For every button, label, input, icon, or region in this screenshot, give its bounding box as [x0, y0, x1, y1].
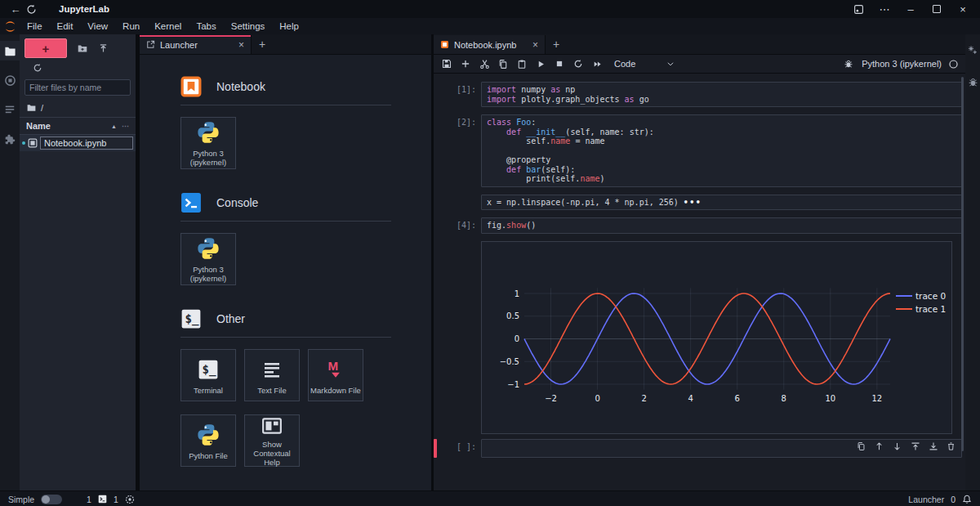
launcher-card-python-file[interactable]: Python File: [180, 414, 236, 467]
menu-item-settings[interactable]: Settings: [224, 18, 273, 34]
home-folder-icon[interactable]: [26, 103, 37, 113]
svg-text:10: 10: [825, 393, 835, 402]
stop-icon[interactable]: [553, 57, 566, 70]
simple-mode-toggle[interactable]: [41, 495, 62, 504]
restart-icon[interactable]: [572, 57, 585, 70]
kernel-name[interactable]: Python 3 (ipykernel): [862, 59, 942, 69]
close-tab-icon[interactable]: ×: [532, 39, 538, 51]
menu-item-kernel[interactable]: Kernel: [147, 18, 189, 34]
debugger-icon[interactable]: [968, 77, 978, 87]
insert-above-icon[interactable]: [910, 441, 920, 452]
notifications-count[interactable]: 0: [951, 495, 956, 504]
svg-text:0: 0: [595, 393, 599, 402]
cell-input[interactable]: import numpy as npimport plotly.graph_ob…: [481, 82, 962, 107]
menu-item-view[interactable]: View: [80, 18, 115, 34]
close-tab-icon[interactable]: ×: [238, 39, 244, 51]
cell-prompt: [439, 241, 481, 434]
notebook-cell: [ ]:: [439, 439, 965, 458]
paste-icon[interactable]: [515, 57, 528, 70]
file-browser-icon[interactable]: [0, 41, 20, 60]
launcher-panel: Launcher × + NotebookPython 3 (ipykernel…: [140, 34, 431, 490]
textfile-icon: [261, 356, 283, 383]
sort-caret-icon: ▲: [111, 123, 117, 129]
maximize-icon[interactable]: [924, 0, 949, 18]
context-label[interactable]: Launcher: [908, 495, 944, 504]
tab-launcher[interactable]: Launcher ×: [140, 35, 252, 54]
duplicate-icon[interactable]: [856, 441, 866, 452]
more-menu-icon[interactable]: ⋯: [872, 0, 897, 18]
cell-prompt: [1]:: [439, 82, 481, 107]
cell-type-select[interactable]: Code: [614, 59, 675, 69]
extensions-icon[interactable]: [0, 129, 20, 149]
menu-item-edit[interactable]: Edit: [50, 18, 81, 34]
table-of-contents-icon[interactable]: [0, 100, 20, 119]
copy-icon[interactable]: [497, 57, 510, 70]
card-label: Python 3 (ipykernel): [181, 265, 235, 283]
terminals-count[interactable]: 1: [87, 495, 91, 504]
kernel-status-icon[interactable]: [948, 59, 959, 69]
insert-below-icon[interactable]: [928, 441, 938, 452]
markdown-icon: M: [324, 356, 347, 383]
plotly-figure[interactable]: 10.50−0.5−1−2024681012trace 0trace 1: [481, 241, 952, 434]
new-tab-button[interactable]: +: [252, 35, 273, 54]
save-icon[interactable]: [440, 57, 453, 70]
reload-icon[interactable]: [26, 4, 47, 15]
run-icon[interactable]: [534, 57, 547, 70]
property-inspector-icon[interactable]: [967, 44, 978, 56]
close-icon[interactable]: ×: [951, 0, 975, 18]
tab-notebook[interactable]: Notebook.ipynb ×: [434, 35, 546, 54]
cell-input[interactable]: [481, 439, 962, 458]
card-label: Terminal: [192, 386, 225, 395]
app-window-icon[interactable]: [846, 0, 871, 18]
cell-input[interactable]: class Foo: def __init__(self, name: str)…: [481, 114, 962, 187]
back-icon[interactable]: ←: [5, 3, 26, 16]
cell-prompt: [4]:: [439, 217, 481, 234]
menu-item-file[interactable]: File: [20, 18, 50, 34]
cell-input[interactable]: x = np.linspace(-np.pi, 4 * np.pi, 256) …: [481, 195, 962, 211]
move-up-icon[interactable]: [874, 441, 884, 452]
bell-icon[interactable]: [962, 494, 972, 504]
notebook-cells: [1]:import numpy as npimport plotly.grap…: [434, 74, 965, 490]
debugger-icon[interactable]: [842, 57, 855, 70]
card-label: Show Contextual Help: [245, 440, 299, 467]
svg-text:$_: $_: [202, 362, 216, 376]
file-browser-panel: + / Name ▲: [20, 34, 136, 490]
add-cell-icon[interactable]: [459, 57, 472, 70]
upload-icon[interactable]: [98, 43, 109, 54]
cell-input[interactable]: fig.show(): [481, 217, 962, 234]
left-sidebar: [0, 34, 20, 490]
cell-prompt: [2]:: [439, 114, 481, 187]
kernels-count[interactable]: 1: [114, 495, 118, 504]
menu-item-tabs[interactable]: Tabs: [189, 18, 223, 34]
svg-text:−1: −1: [507, 379, 519, 388]
running-sessions-icon[interactable]: [0, 70, 20, 90]
column-options-icon[interactable]: ⋯: [122, 122, 129, 130]
restart-run-all-icon[interactable]: [590, 57, 604, 70]
launcher-card-markdown-file[interactable]: MMarkdown File: [308, 349, 363, 401]
notebook-scrollbar[interactable]: [961, 77, 964, 451]
launcher-card-terminal[interactable]: $_Terminal: [180, 349, 236, 401]
notebook-cell: x = np.linspace(-np.pi, 4 * np.pi, 256) …: [439, 195, 965, 211]
filter-files-input[interactable]: [24, 79, 131, 96]
menu-item-help[interactable]: Help: [272, 18, 306, 34]
launcher-card-text-file[interactable]: Text File: [244, 349, 300, 401]
move-down-icon[interactable]: [892, 441, 902, 452]
minimize-icon[interactable]: –: [898, 0, 923, 18]
refresh-icon[interactable]: [33, 63, 136, 73]
breadcrumb[interactable]: /: [41, 103, 43, 113]
svg-text:trace 1: trace 1: [915, 303, 946, 313]
launcher-card-python-3-ipykernel-[interactable]: Python 3 (ipykernel): [180, 233, 236, 285]
new-tab-button[interactable]: +: [546, 35, 567, 54]
jupyterlab-window: ← JupyterLab ⋯ – × FileEditViewRunKernel…: [0, 0, 980, 506]
launcher-card-python-3-ipykernel-[interactable]: Python 3 (ipykernel): [180, 117, 236, 169]
card-label: Text File: [256, 386, 287, 395]
new-folder-icon[interactable]: [77, 43, 88, 54]
new-launcher-button[interactable]: +: [24, 38, 67, 58]
file-row[interactable]: Notebook.ipynb: [20, 135, 136, 151]
svg-text:12: 12: [871, 393, 882, 402]
cut-icon[interactable]: [478, 57, 491, 70]
menu-item-run[interactable]: Run: [115, 18, 147, 34]
file-list-header[interactable]: Name ▲ ⋯: [20, 117, 136, 135]
delete-icon[interactable]: [946, 441, 956, 452]
launcher-card-show-contextual-help[interactable]: Show Contextual Help: [244, 414, 300, 467]
